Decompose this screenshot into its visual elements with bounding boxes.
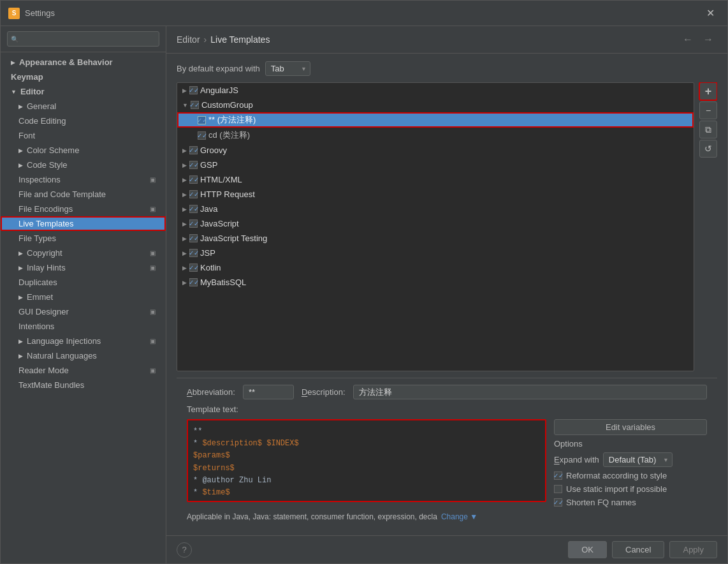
- help-button[interactable]: ?: [177, 542, 192, 558]
- search-bar: [1, 26, 166, 52]
- app-icon: S: [8, 8, 20, 19]
- sidebar-item-reader-mode[interactable]: Reader Mode ▣: [1, 363, 166, 378]
- sidebar-item-duplicates[interactable]: Duplicates: [1, 275, 166, 290]
- sidebar-item-label: Editor: [20, 87, 45, 96]
- group-checkbox[interactable]: ✓: [191, 101, 199, 109]
- group-checkbox[interactable]: ✓: [189, 161, 198, 169]
- options-panel: Edit variables Options Expand with Defau…: [554, 419, 707, 507]
- group-checkbox[interactable]: ✓: [189, 263, 198, 272]
- sidebar-item-live-templates[interactable]: Live Templates: [1, 216, 166, 231]
- main-content: ▶ Appearance & Behavior Keymap ▼ Editor …: [1, 26, 727, 563]
- template-group-mybatissql-header[interactable]: ▶ ✓ MyBatisSQL: [177, 275, 694, 290]
- expand-with-select[interactable]: Tab Enter Space: [265, 61, 310, 76]
- sidebar-item-file-types[interactable]: File Types: [1, 231, 166, 246]
- sidebar-item-label: TextMate Bundles: [18, 380, 84, 390]
- group-checkbox[interactable]: ✓: [189, 249, 198, 257]
- group-checkbox[interactable]: ✓: [189, 190, 198, 198]
- template-group-java-header[interactable]: ▶ ✓ Java: [177, 202, 694, 216]
- sidebar-item-label: Copyright: [27, 248, 62, 258]
- group-name-label: MyBatisSQL: [200, 278, 246, 287]
- remove-template-button[interactable]: −: [699, 101, 717, 119]
- sidebar-item-keymap[interactable]: Keymap: [1, 70, 166, 84]
- group-checkbox[interactable]: ✓: [189, 175, 198, 184]
- sidebar-item-code-editing[interactable]: Code Editing: [1, 114, 166, 128]
- reformat-checkbox-row: ✓ Reformat according to style: [554, 471, 707, 480]
- sidebar-item-file-code-template[interactable]: File and Code Template: [1, 187, 166, 202]
- add-template-button[interactable]: +: [699, 82, 717, 100]
- sidebar: ▶ Appearance & Behavior Keymap ▼ Editor …: [1, 26, 166, 563]
- forward-button[interactable]: →: [699, 33, 717, 47]
- shorten-checkbox[interactable]: ✓: [554, 498, 562, 507]
- search-input[interactable]: [7, 31, 159, 47]
- sidebar-item-gui-designer[interactable]: GUI Designer ▣: [1, 304, 166, 319]
- expand-arrow: ▶: [18, 250, 23, 256]
- group-checkbox[interactable]: ✓: [189, 234, 198, 242]
- item-checkbox[interactable]: ✓: [198, 131, 206, 140]
- static-import-checkbox-row: Use static import if possible: [554, 484, 707, 494]
- search-wrapper: [7, 31, 159, 47]
- template-item-class-comment[interactable]: ✓ cd (类注释): [177, 128, 694, 143]
- template-group-http-request-header[interactable]: ▶ ✓ HTTP Request: [177, 187, 694, 202]
- copy-template-button[interactable]: ⧉: [699, 121, 717, 138]
- group-checkbox[interactable]: ✓: [189, 219, 198, 228]
- sidebar-item-label: Natural Languages: [27, 351, 97, 360]
- sidebar-item-natural-languages[interactable]: ▶ Natural Languages: [1, 348, 166, 363]
- sidebar-item-file-encodings[interactable]: File Encodings ▣: [1, 202, 166, 216]
- template-group-javascript-testing: ▶ ✓ JavaScript Testing: [177, 231, 694, 246]
- sidebar-item-label: Live Templates: [18, 219, 73, 228]
- expand-options-select-wrapper: Default (Tab) Tab Enter Space: [603, 452, 673, 467]
- apply-button[interactable]: Apply: [669, 541, 717, 558]
- template-group-groovy-header[interactable]: ▶ ✓ Groovy: [177, 143, 694, 158]
- abbreviation-input[interactable]: [243, 385, 294, 399]
- panel-header: Editor › Live Templates ← →: [166, 26, 727, 54]
- group-checkbox[interactable]: ✓: [189, 278, 198, 286]
- change-link[interactable]: Change ▼: [441, 512, 477, 521]
- template-group-javascript-testing-header[interactable]: ▶ ✓ JavaScript Testing: [177, 231, 694, 246]
- sidebar-item-general[interactable]: ▶ General: [1, 99, 166, 114]
- template-group-angularjs-header[interactable]: ▶ ✓ AngularJS: [177, 83, 694, 98]
- ok-button[interactable]: OK: [568, 541, 607, 558]
- template-group-jsp-header[interactable]: ▶ ✓ JSP: [177, 246, 694, 260]
- sidebar-item-editor[interactable]: ▼ Editor: [1, 84, 166, 99]
- reset-template-button[interactable]: ↺: [699, 140, 717, 158]
- reformat-checkbox[interactable]: ✓: [554, 471, 562, 480]
- template-group-customgroup-header[interactable]: ▼ ✓ CustomGroup: [177, 98, 694, 112]
- shorten-label: Shorten FQ names: [566, 498, 636, 507]
- template-group-gsp-header[interactable]: ▶ ✓ GSP: [177, 158, 694, 172]
- sidebar-item-appearance[interactable]: ▶ Appearance & Behavior: [1, 55, 166, 70]
- item-checkbox[interactable]: ✓: [198, 116, 206, 124]
- static-import-checkbox[interactable]: [554, 485, 562, 493]
- template-group-javascript-header[interactable]: ▶ ✓ JavaScript: [177, 216, 694, 231]
- group-checkbox[interactable]: ✓: [189, 205, 198, 213]
- sidebar-item-color-scheme[interactable]: ▶ Color Scheme: [1, 143, 166, 158]
- sidebar-item-label: Code Style: [27, 160, 68, 170]
- group-checkbox[interactable]: ✓: [189, 86, 198, 94]
- sidebar-item-font[interactable]: Font: [1, 128, 166, 143]
- group-name-label: HTML/XML: [200, 175, 242, 184]
- expand-with-options-label: Expand with: [554, 455, 599, 464]
- back-button[interactable]: ←: [679, 33, 697, 47]
- sidebar-item-inlay-hints[interactable]: ▶ Inlay Hints ▣: [1, 260, 166, 275]
- template-group-kotlin-header[interactable]: ▶ ✓ Kotlin: [177, 260, 694, 275]
- close-button[interactable]: ✕: [701, 4, 720, 22]
- sidebar-item-intentions[interactable]: Intentions: [1, 319, 166, 334]
- sidebar-item-language-injections[interactable]: ▶ Language Injections ▣: [1, 334, 166, 348]
- list-actions: + − ⧉ ↺: [699, 82, 717, 371]
- sidebar-item-code-style[interactable]: ▶ Code Style: [1, 158, 166, 172]
- description-input[interactable]: [353, 385, 707, 399]
- template-text-content[interactable]: ** * $description$ $INDEX$ $params$ $ret…: [187, 419, 546, 502]
- sidebar-item-label: Code Editing: [18, 116, 66, 126]
- template-item-method-comment[interactable]: ✓ ** (方法注释): [177, 112, 694, 128]
- group-checkbox[interactable]: ✓: [189, 146, 198, 154]
- expand-with-options-select[interactable]: Default (Tab) Tab Enter Space: [603, 452, 673, 467]
- group-arrow: ▶: [182, 206, 187, 212]
- templates-list[interactable]: ▶ ✓ AngularJS ▼ ✓ CustomGroup: [177, 82, 694, 371]
- template-group-html-xml-header[interactable]: ▶ ✓ HTML/XML: [177, 172, 694, 187]
- edit-variables-button[interactable]: Edit variables: [554, 419, 707, 435]
- sidebar-item-textmate-bundles[interactable]: TextMate Bundles: [1, 378, 166, 392]
- sidebar-item-emmet[interactable]: ▶ Emmet: [1, 290, 166, 304]
- sidebar-item-copyright[interactable]: ▶ Copyright ▣: [1, 246, 166, 260]
- cancel-button[interactable]: Cancel: [612, 541, 664, 558]
- sidebar-item-inspections[interactable]: Inspections ▣: [1, 172, 166, 187]
- expand-with-label: By default expand with: [177, 64, 260, 73]
